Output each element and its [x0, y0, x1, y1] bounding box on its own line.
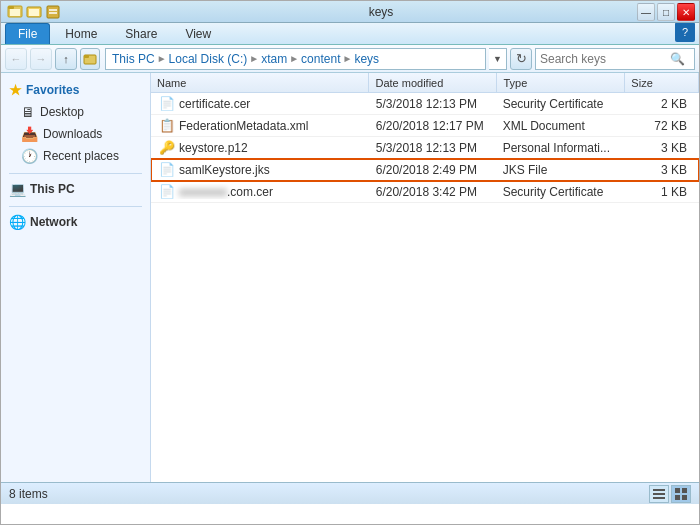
- file-name-suffix: .com.cer: [227, 185, 273, 199]
- table-row[interactable]: 📄certificate.cer 5/3/2018 12:13 PM Secur…: [151, 93, 699, 115]
- svg-rect-11: [653, 493, 665, 495]
- col-header-date[interactable]: Date modified: [369, 73, 497, 92]
- close-button[interactable]: ✕: [677, 3, 695, 21]
- sidebar: ★ Favorites 🖥 Desktop 📥 Downloads 🕐 Rece…: [1, 73, 151, 482]
- file-cell-type: JKS File: [497, 163, 624, 177]
- svg-rect-1: [10, 9, 20, 16]
- file-cell-name: 📄samlKeystore.jks: [153, 162, 370, 177]
- breadcrumb-sep-4: ►: [342, 53, 352, 64]
- svg-rect-10: [653, 489, 665, 491]
- breadcrumb-part-content[interactable]: content: [301, 52, 340, 66]
- tab-share[interactable]: Share: [112, 23, 170, 44]
- table-row[interactable]: 📋FederationMetadata.xml 6/20/2018 12:17 …: [151, 115, 699, 137]
- tab-home[interactable]: Home: [52, 23, 110, 44]
- file-name-blurred: xxxxxxxx: [179, 185, 227, 199]
- back-button[interactable]: ←: [5, 48, 27, 70]
- file-cell-type: XML Document: [497, 119, 624, 133]
- up-button[interactable]: ↑: [55, 48, 77, 70]
- table-row[interactable]: 📄samlKeystore.jks 6/20/2018 2:49 PM JKS …: [151, 159, 699, 181]
- file-cell-size: 72 KB: [624, 119, 697, 133]
- table-row[interactable]: 🔑keystore.p12 5/3/2018 12:13 PM Personal…: [151, 137, 699, 159]
- svg-rect-15: [675, 495, 680, 500]
- svg-rect-12: [653, 497, 665, 499]
- file-cell-date: 6/20/2018 3:42 PM: [370, 185, 497, 199]
- col-header-size[interactable]: Size: [625, 73, 699, 92]
- thispc-label: This PC: [30, 182, 75, 196]
- title-icon-3: [45, 4, 61, 20]
- maximize-button[interactable]: □: [657, 3, 675, 21]
- svg-rect-2: [8, 6, 14, 9]
- table-row[interactable]: 📄xxxxxxxx.com.cer 6/20/2018 3:42 PM Secu…: [151, 181, 699, 203]
- breadcrumb-part-keys[interactable]: keys: [354, 52, 379, 66]
- title-bar: keys — □ ✕: [1, 1, 699, 23]
- downloads-label: Downloads: [43, 127, 102, 141]
- sidebar-item-desktop[interactable]: 🖥 Desktop: [1, 101, 150, 123]
- file-cell-date: 6/20/2018 12:17 PM: [370, 119, 497, 133]
- file-icon: 📄: [159, 96, 175, 111]
- refresh-button[interactable]: ↻: [510, 48, 532, 70]
- search-box: 🔍: [535, 48, 695, 70]
- breadcrumb-part-xtam[interactable]: xtam: [261, 52, 287, 66]
- file-cell-size: 1 KB: [624, 185, 697, 199]
- favorites-label: Favorites: [26, 83, 79, 97]
- file-rows-container: 📄certificate.cer 5/3/2018 12:13 PM Secur…: [151, 93, 699, 203]
- downloads-icon: 📥: [21, 126, 38, 142]
- svg-rect-4: [29, 9, 39, 16]
- svg-rect-5: [47, 6, 59, 18]
- sidebar-item-recent[interactable]: 🕐 Recent places: [1, 145, 150, 167]
- thispc-header[interactable]: 💻 This PC: [1, 178, 150, 200]
- view-btn-details[interactable]: [649, 485, 669, 503]
- file-icon: 🔑: [159, 140, 175, 155]
- view-btn-list[interactable]: [671, 485, 691, 503]
- address-dropdown[interactable]: ▼: [489, 48, 507, 70]
- breadcrumb-part-localdisk[interactable]: Local Disk (C:): [169, 52, 248, 66]
- col-header-type[interactable]: Type: [497, 73, 625, 92]
- network-icon: 🌐: [9, 214, 26, 230]
- breadcrumb-sep-1: ►: [157, 53, 167, 64]
- search-icon[interactable]: 🔍: [670, 52, 685, 66]
- favorites-header[interactable]: ★ Favorites: [1, 79, 150, 101]
- file-cell-name: 📋FederationMetadata.xml: [153, 118, 370, 133]
- breadcrumb-sep-2: ►: [249, 53, 259, 64]
- network-header[interactable]: 🌐 Network: [1, 211, 150, 233]
- breadcrumb[interactable]: This PC ► Local Disk (C:) ► xtam ► conte…: [105, 48, 486, 70]
- svg-rect-9: [84, 55, 89, 58]
- file-name: samlKeystore.jks: [179, 163, 270, 177]
- location-icon: [80, 48, 100, 70]
- sidebar-divider-1: [9, 173, 142, 174]
- network-section: 🌐 Network: [1, 211, 150, 233]
- sidebar-divider-2: [9, 206, 142, 207]
- view-buttons: [649, 485, 691, 503]
- svg-rect-13: [675, 488, 680, 493]
- breadcrumb-part-thispc[interactable]: This PC: [112, 52, 155, 66]
- svg-rect-16: [682, 495, 687, 500]
- tab-file[interactable]: File: [5, 23, 50, 44]
- desktop-icon: 🖥: [21, 104, 35, 120]
- network-label: Network: [30, 215, 77, 229]
- main-area: ★ Favorites 🖥 Desktop 📥 Downloads 🕐 Rece…: [1, 73, 699, 482]
- file-cell-type: Security Certificate: [497, 185, 624, 199]
- window-title: keys: [69, 5, 693, 19]
- file-cell-size: 3 KB: [624, 141, 697, 155]
- help-button[interactable]: ?: [675, 22, 695, 42]
- file-cell-type: Personal Informati...: [497, 141, 624, 155]
- file-cell-date: 5/3/2018 12:13 PM: [370, 141, 497, 155]
- search-input[interactable]: [540, 52, 670, 66]
- svg-rect-14: [682, 488, 687, 493]
- file-cell-name: 🔑keystore.p12: [153, 140, 370, 155]
- sidebar-item-downloads[interactable]: 📥 Downloads: [1, 123, 150, 145]
- ribbon-tabs: File Home Share View ?: [1, 23, 699, 45]
- title-icon-2: [26, 4, 42, 20]
- minimize-button[interactable]: —: [637, 3, 655, 21]
- file-cell-size: 3 KB: [624, 163, 697, 177]
- file-cell-date: 5/3/2018 12:13 PM: [370, 97, 497, 111]
- item-count: 8 items: [9, 487, 48, 501]
- forward-button[interactable]: →: [30, 48, 52, 70]
- file-list: Name Date modified Type Size 📄certificat…: [151, 73, 699, 482]
- column-headers: Name Date modified Type Size: [151, 73, 699, 93]
- status-bar: 8 items: [1, 482, 699, 504]
- window-controls[interactable]: — □ ✕: [637, 3, 695, 21]
- file-cell-name: 📄xxxxxxxx.com.cer: [153, 184, 370, 199]
- tab-view[interactable]: View: [172, 23, 224, 44]
- col-header-name[interactable]: Name: [151, 73, 369, 92]
